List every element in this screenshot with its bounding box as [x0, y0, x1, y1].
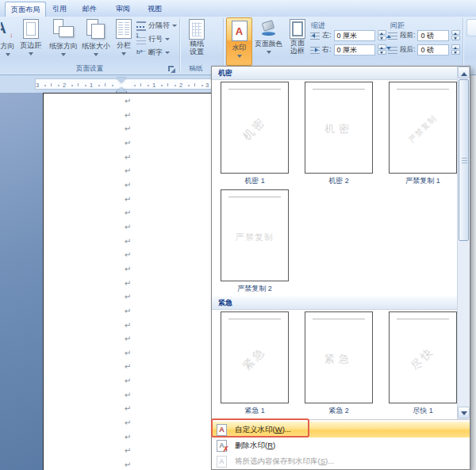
paragraph-mark: ↵	[120, 206, 136, 220]
ribbon-tab[interactable]: 视图	[143, 2, 167, 17]
scrollbar-thumb[interactable]	[459, 79, 469, 241]
ribbon-tab[interactable]: 页面布局	[5, 2, 46, 17]
paragraph-mark: ↵	[120, 444, 136, 458]
indent-left-stepper[interactable]	[378, 30, 386, 40]
custom-watermark-icon: A	[217, 424, 227, 436]
hyphenation-label: 断字	[148, 48, 163, 58]
chevron-down-icon	[237, 55, 242, 60]
columns-button[interactable]: 分栏	[112, 18, 136, 64]
thumbnail-header-line	[397, 89, 449, 90]
indent-right-stepper[interactable]	[378, 44, 386, 55]
scroll-up-button[interactable]	[458, 67, 470, 78]
document-scrollbar[interactable]	[470, 75, 476, 470]
dialog-launcher-icon[interactable]	[167, 65, 176, 74]
paper-size-icon	[86, 19, 106, 40]
ruler-dot	[148, 85, 149, 86]
spacing-after-icon	[388, 46, 397, 54]
paragraph-mark: ↵	[120, 136, 136, 151]
chevron-down-icon	[6, 53, 10, 59]
watermark-gallery-popup: 机密机密机密 1机密机密 2严禁复制严禁复制 1严禁复制严禁复制 2紧急紧急紧急…	[211, 66, 470, 470]
hyphenation-button[interactable]: bᵃ⁻ 断字	[136, 47, 182, 59]
indent-left-row: 左: 0 厘米	[310, 29, 386, 41]
watermark-option[interactable]: 机密机密 1	[221, 82, 289, 186]
watermark-button[interactable]: A 水印	[226, 17, 252, 66]
menu-item-remove-watermark[interactable]: A✗ 删除水印(R)	[212, 438, 470, 453]
indent-marker[interactable]	[117, 78, 126, 93]
ruler-tick	[105, 83, 106, 86]
indent-left-field[interactable]: 0 厘米	[334, 30, 375, 41]
group-separator	[463, 18, 463, 72]
paragraph-mark: ↵	[120, 290, 136, 304]
watermark-option[interactable]: 严禁复制严禁复制 2	[221, 189, 289, 294]
manuscript-label-2: 设置	[182, 48, 211, 55]
indent-right-icon	[310, 46, 320, 54]
watermark-preview-text: 严禁复制	[236, 231, 274, 243]
spacing-after-field[interactable]: 0 磅	[417, 44, 449, 55]
ribbon-tab[interactable]: 邮件	[78, 2, 102, 17]
indent-right-row: 右: 0 厘米	[310, 44, 386, 55]
chevron-down-icon	[94, 53, 98, 59]
ruler-tick	[140, 83, 141, 86]
save-watermark-icon: A	[217, 456, 227, 468]
gallery-row: 机密机密 1机密机密 2严禁复制严禁复制 1严禁复制严禁复制 2	[212, 80, 457, 296]
spacing-before-stepper[interactable]	[451, 30, 460, 40]
chevron-down-icon	[165, 38, 170, 43]
watermark-option[interactable]: 紧急紧急 1	[221, 311, 289, 416]
indent-right-label: 右:	[322, 44, 332, 55]
watermark-preview-text: 机密	[240, 115, 270, 144]
orientation-button[interactable]: 纸张方向	[47, 18, 80, 64]
spacing-before-field[interactable]: 0 磅	[417, 30, 449, 41]
scroll-down-button[interactable]	[458, 407, 470, 418]
watermark-thumbnail: 机密	[305, 82, 373, 174]
page-borders-button[interactable]: 页面 边框	[284, 18, 311, 64]
orientation-icon	[52, 19, 75, 40]
gallery-section-header: 机密	[212, 67, 457, 80]
manuscript-setup-button[interactable]: 稿纸 设置	[182, 18, 211, 64]
breaks-button[interactable]: 分隔符	[136, 20, 182, 32]
text-direction-button[interactable]: A↓ 方向	[0, 18, 15, 64]
spacing-after-stepper[interactable]	[451, 44, 460, 55]
gallery-section-header: 紧急	[212, 296, 457, 310]
chevron-down-icon	[172, 25, 177, 29]
ribbon-tab[interactable]: 审阅	[111, 2, 135, 17]
paragraph-mark: ↵	[120, 262, 136, 277]
paper-size-button[interactable]: 纸张大小	[80, 18, 112, 64]
paragraph-marks-column: ↵↵↵↵↵↵↵↵↵↵↵↵↵↵↵↵↵↵↵↵↵↵↵↵↵↵↵	[120, 94, 136, 470]
indent-right-field[interactable]: 0 厘米	[334, 44, 375, 55]
margins-button[interactable]: 页边距	[16, 18, 46, 64]
manuscript-label-1: 稿纸	[182, 40, 211, 48]
ribbon-tab[interactable]: 引用	[48, 2, 71, 17]
ruler-dot	[188, 85, 190, 86]
group-separator	[223, 18, 224, 72]
chevron-down-icon	[121, 52, 126, 58]
paragraph-mark: ↵	[120, 388, 136, 403]
paragraph-mark: ↵	[120, 277, 136, 291]
watermark-option-label: 尽快 1	[389, 406, 457, 416]
menu-item-custom-watermark[interactable]: A 自定义水印(W)...	[212, 422, 470, 438]
thumbnail-header-line	[313, 319, 365, 319]
page-borders-label-1: 页面	[284, 39, 311, 47]
line-numbers-button[interactable]: 行号	[136, 33, 182, 45]
spacing-before-row: 段前: 0 磅	[388, 29, 460, 41]
breaks-label: 分隔符	[148, 21, 170, 31]
watermark-option[interactable]: 严禁复制严禁复制 1	[389, 82, 457, 186]
paragraph-mark: ↵	[120, 109, 136, 123]
watermark-option[interactable]: 紧急紧急 2	[305, 311, 373, 416]
watermark-option[interactable]: 机密机密 2	[305, 82, 373, 186]
ruler-dot	[44, 85, 46, 86]
orientation-label: 纸张方向	[47, 41, 80, 52]
spacing-before-label: 段前:	[400, 31, 415, 40]
watermark-option[interactable]: 尽快尽快 1	[389, 311, 457, 416]
watermark-gallery: 机密机密机密 1机密机密 2严禁复制严禁复制 1严禁复制严禁复制 2紧急紧急紧急…	[212, 67, 457, 419]
gallery-scrollbar[interactable]	[457, 67, 470, 419]
menu-item-label: 将所选内容保存到水印库(S)...	[235, 457, 334, 467]
watermark-thumbnail: 严禁复制	[389, 82, 457, 174]
ruler-dot	[175, 85, 176, 86]
spacing-before-icon	[388, 32, 397, 40]
thumbnail-header-line	[313, 89, 365, 90]
thumbnail-header-line	[228, 89, 281, 90]
hyphenation-icon: bᵃ⁻	[136, 48, 146, 58]
ruler-number: 1	[90, 82, 93, 89]
watermark-option-label: 机密 2	[305, 176, 373, 186]
page-color-button[interactable]: 页面颜色	[254, 18, 283, 64]
